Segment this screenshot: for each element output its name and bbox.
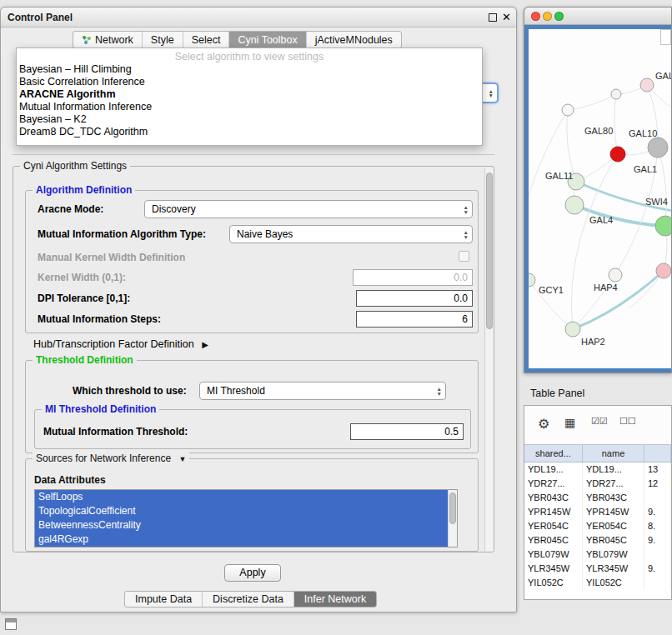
float-window-icon[interactable] xyxy=(489,13,497,22)
network-node[interactable] xyxy=(562,104,574,116)
network-edge[interactable] xyxy=(529,110,568,196)
network-edge[interactable] xyxy=(614,94,618,154)
settings-scrollbar-thumb[interactable] xyxy=(486,172,493,329)
sources-group-title: Sources for Network Inference ▼ xyxy=(33,452,189,464)
threshold-definition-title: Threshold Definition xyxy=(33,354,137,366)
cyni-algorithms-combobox-fragment[interactable]: ▲▼ xyxy=(481,82,499,103)
network-node[interactable] xyxy=(565,322,580,337)
kernel-width-field[interactable]: 0.0 xyxy=(353,269,473,286)
settings-scrollbar[interactable] xyxy=(484,168,494,551)
zoom-traffic-light-icon[interactable] xyxy=(554,12,564,21)
attributes-scrollbar-thumb[interactable] xyxy=(449,492,456,524)
network-edge[interactable] xyxy=(574,205,665,226)
network-node[interactable] xyxy=(529,273,535,287)
algorithm-option-aracne-algorithm[interactable]: ARACNE Algorithm xyxy=(17,88,482,101)
network-edge[interactable] xyxy=(658,148,667,226)
table-row[interactable]: YIL052CYIL052C xyxy=(524,576,671,590)
hub-definition-expander[interactable]: Hub/Transcription Factor Definition ▶ xyxy=(33,338,208,350)
table-row[interactable]: YPR145WYPR145W9. xyxy=(524,505,671,519)
column-header-shared[interactable]: shared... xyxy=(524,445,583,462)
kernel-width-label: Kernel Width (0,1): xyxy=(38,272,126,283)
column-manager-icon[interactable]: ▦ xyxy=(564,416,575,429)
network-scrollbar[interactable] xyxy=(660,29,671,45)
table-row[interactable]: YDR27...YDR27...12 xyxy=(524,477,671,491)
algorithm-option-mutual-information-inference[interactable]: Mutual Information Inference xyxy=(17,101,482,113)
mi-steps-field[interactable]: 6 xyxy=(356,311,473,328)
aracne-mode-combobox[interactable]: Discovery ▲▼ xyxy=(144,200,473,218)
network-node[interactable] xyxy=(655,216,671,236)
column-header-extra[interactable] xyxy=(644,445,671,462)
algorithm-option-basic-correlation-inference[interactable]: Basic Correlation Inference xyxy=(17,76,482,88)
close-icon[interactable]: ✕ xyxy=(502,11,511,23)
tab-network[interactable]: Network xyxy=(73,32,143,48)
algorithm-option-dream8-dc-tdc-algorithm[interactable]: Dream8 DC_TDC Algorithm xyxy=(17,126,482,138)
data-attributes-list[interactable]: SelfLoopsTopologicalCoefficientBetweenne… xyxy=(34,489,458,548)
minimized-panel-icon[interactable] xyxy=(5,618,17,630)
bottom-tab-impute-data[interactable]: Impute Data xyxy=(125,592,203,607)
node-label-gal80: GAL80 xyxy=(584,126,613,136)
attribute-item-gal4rgexp[interactable]: gal4RGexp xyxy=(35,532,448,547)
tab-style[interactable]: Style xyxy=(143,32,183,48)
column-header-name[interactable]: name xyxy=(583,445,644,462)
cell: YBL079W xyxy=(583,548,644,562)
select-all-rows-icon[interactable]: ☑☑ xyxy=(591,416,608,427)
bottom-tab-infer-network[interactable]: Infer Network xyxy=(294,592,376,607)
hub-definition-label: Hub/Transcription Factor Definition xyxy=(33,338,194,350)
chevron-down-icon[interactable]: ▼ xyxy=(178,455,186,463)
network-node[interactable] xyxy=(656,263,671,278)
cell: YBR045C xyxy=(524,533,583,548)
tab-select[interactable]: Select xyxy=(183,32,230,48)
network-node[interactable] xyxy=(609,268,622,282)
mi-threshold-group: MI Threshold Definition Mutual Informati… xyxy=(34,409,471,449)
network-node[interactable] xyxy=(640,78,654,92)
cell: YBR043C xyxy=(583,491,644,505)
table-header-row: shared...name xyxy=(524,444,671,462)
network-canvas[interactable]: GAL8GAL80GAL10GAL11GAL1SWI4GAL4GCY1HAP4H… xyxy=(529,29,671,368)
tab-cyni-toolbox[interactable]: Cyni Toolbox xyxy=(229,32,306,48)
algorithm-option-bayesian-hill-climbing[interactable]: Bayesian – Hill Climbing xyxy=(17,63,482,76)
network-node[interactable] xyxy=(610,147,625,162)
dpi-tolerance-field[interactable]: 0.0 xyxy=(356,290,473,307)
deselect-all-rows-icon[interactable]: ☐☐ xyxy=(619,416,636,427)
cell: YPR145W xyxy=(583,505,644,519)
attribute-item-selfloops[interactable]: SelfLoops xyxy=(35,490,448,504)
control-panel-titlebar[interactable]: Control Panel ✕ xyxy=(1,8,516,28)
manual-kernel-checkbox[interactable] xyxy=(459,251,469,262)
network-edge[interactable] xyxy=(568,94,616,110)
aracne-mode-label: Aracne Mode: xyxy=(38,203,103,215)
network-node[interactable] xyxy=(565,196,584,214)
cell: 9. xyxy=(644,533,671,548)
combo-stepper-icon: ▲▼ xyxy=(489,88,494,98)
settings-group-title: Cyni Algorithm Settings xyxy=(20,160,130,172)
settings-gear-icon[interactable]: ⚙ xyxy=(538,416,549,432)
which-threshold-combobox[interactable]: MI Threshold ▲▼ xyxy=(199,382,446,400)
network-node[interactable] xyxy=(611,89,621,99)
close-traffic-light-icon[interactable] xyxy=(531,12,540,21)
cell: YDL19... xyxy=(583,462,644,477)
tab-jactivemnodules[interactable]: jActiveMNodules xyxy=(307,32,401,48)
node-label-gal4: GAL4 xyxy=(589,215,613,225)
network-window-titlebar[interactable] xyxy=(524,8,671,25)
table-row[interactable]: YBL079WYBL079W xyxy=(524,548,671,562)
table-panel-window: ⚙▦☑☑☐☐ shared...name YDL19...YDL19...13Y… xyxy=(524,405,672,600)
attribute-item-betweennesscentrality[interactable]: BetweennessCentrality xyxy=(35,518,448,532)
tab-label: Style xyxy=(151,34,174,46)
bottom-tab-discretize-data[interactable]: Discretize Data xyxy=(203,592,294,607)
minimize-traffic-light-icon[interactable] xyxy=(543,12,552,21)
network-node[interactable] xyxy=(648,138,668,158)
attributes-scrollbar[interactable] xyxy=(448,490,457,547)
apply-button[interactable]: Apply xyxy=(224,564,281,582)
mi-type-combobox[interactable]: Naive Bayes ▲▼ xyxy=(229,225,473,243)
table-row[interactable]: YDL19...YDL19...13 xyxy=(524,462,671,477)
network-icon xyxy=(82,35,92,45)
manual-kernel-label: Manual Kernel Width Definition xyxy=(38,252,185,263)
cyni-bottom-tabbar: Impute DataDiscretize DataInfer Network xyxy=(124,591,377,608)
mi-threshold-field[interactable]: 0.5 xyxy=(350,423,464,440)
table-panel-title: Table Panel xyxy=(530,388,584,399)
table-row[interactable]: YER054CYER054C8. xyxy=(524,519,671,533)
attribute-item-topologicalcoefficient[interactable]: TopologicalCoefficient xyxy=(35,504,448,518)
table-row[interactable]: YLR345WYLR345W9. xyxy=(524,562,671,576)
algorithm-option-bayesian-k2[interactable]: Bayesian – K2 xyxy=(17,113,482,126)
table-row[interactable]: YBR045CYBR045C9. xyxy=(524,533,671,548)
table-row[interactable]: YBR043CYBR043C xyxy=(524,491,671,505)
